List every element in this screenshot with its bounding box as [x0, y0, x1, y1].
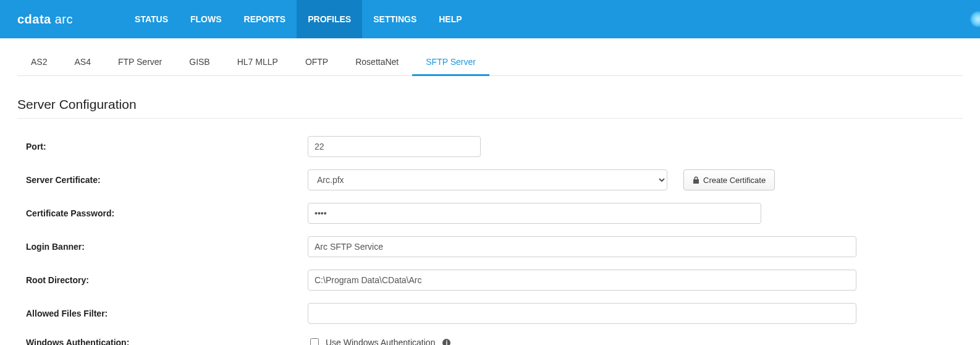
tab-ftp-server[interactable]: FTP Server: [104, 49, 175, 75]
page-body: Server Configuration Port: Server Certif…: [0, 97, 980, 345]
corner-glow-icon: [970, 11, 980, 27]
tab-gisb[interactable]: GISB: [175, 49, 223, 75]
label-server-cert: Server Certificate:: [17, 175, 308, 185]
lock-icon: [693, 176, 699, 184]
row-port: Port:: [17, 130, 963, 163]
label-login-banner: Login Banner:: [17, 242, 308, 252]
row-cert-password: Certificate Password:: [17, 197, 963, 230]
label-allowed-filter: Allowed Files Filter:: [17, 309, 308, 318]
row-win-auth: Windows Authentication: Use Windows Auth…: [17, 330, 963, 345]
brand-heavy: cdata: [17, 12, 51, 27]
create-certificate-label: Create Certificate: [703, 176, 766, 185]
section-title: Server Configuration: [17, 97, 963, 112]
nav-settings[interactable]: SETTINGS: [362, 0, 428, 38]
info-icon: i: [442, 339, 450, 346]
create-certificate-button[interactable]: Create Certificate: [683, 169, 775, 190]
label-cert-password: Certificate Password:: [17, 208, 308, 218]
tab-oftp[interactable]: OFTP: [292, 49, 342, 75]
row-login-banner: Login Banner:: [17, 230, 963, 263]
nav-items: STATUS FLOWS REPORTS PROFILES SETTINGS H…: [124, 0, 473, 38]
row-root-dir: Root Directory:: [17, 263, 963, 297]
tab-as2[interactable]: AS2: [17, 49, 61, 75]
row-server-cert: Server Certificate: Arc.pfx Create Certi…: [17, 163, 963, 197]
brand-logo: cdata arc: [0, 0, 87, 38]
row-allowed-filter: Allowed Files Filter:: [17, 297, 963, 330]
win-auth-checkbox-label: Use Windows Authentication: [326, 338, 435, 345]
top-nav: cdata arc STATUS FLOWS REPORTS PROFILES …: [0, 0, 980, 38]
allowed-filter-input[interactable]: [308, 303, 856, 324]
tab-rosettanet[interactable]: RosettaNet: [342, 49, 412, 75]
nav-reports[interactable]: REPORTS: [233, 0, 297, 38]
label-root-dir: Root Directory:: [17, 275, 308, 285]
nav-help[interactable]: HELP: [428, 0, 473, 38]
server-cert-select[interactable]: Arc.pfx: [308, 169, 667, 190]
root-dir-input[interactable]: [308, 270, 856, 291]
cert-password-input[interactable]: [308, 203, 761, 224]
tab-hl7-mllp[interactable]: HL7 MLLP: [224, 49, 292, 75]
tab-sftp-server[interactable]: SFTP Server: [412, 49, 489, 75]
nav-profiles[interactable]: PROFILES: [297, 0, 362, 38]
profile-subtabs: AS2 AS4 FTP Server GISB HL7 MLLP OFTP Ro…: [17, 49, 963, 76]
login-banner-input[interactable]: [308, 236, 856, 257]
win-auth-checkbox[interactable]: [310, 338, 319, 345]
section-rule: [17, 118, 963, 119]
nav-status[interactable]: STATUS: [124, 0, 179, 38]
label-win-auth: Windows Authentication:: [17, 338, 308, 345]
tab-as4[interactable]: AS4: [61, 49, 104, 75]
brand-light: arc: [51, 12, 73, 27]
port-input[interactable]: [308, 136, 481, 157]
label-port: Port:: [17, 142, 308, 151]
nav-flows[interactable]: FLOWS: [179, 0, 233, 38]
